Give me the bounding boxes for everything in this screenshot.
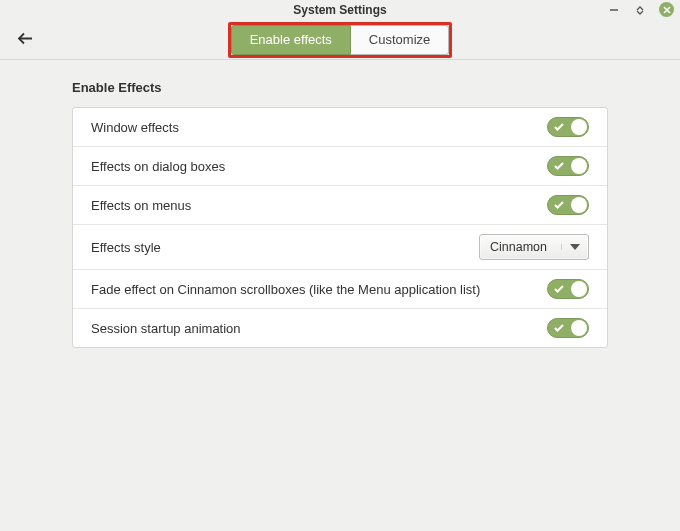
row-menus: Effects on menus bbox=[73, 186, 607, 225]
check-icon bbox=[554, 285, 564, 293]
toggle-knob bbox=[571, 158, 587, 174]
toggle-startup-animation[interactable] bbox=[547, 318, 589, 338]
check-icon bbox=[554, 123, 564, 131]
dropdown-effects-style[interactable]: Cinnamon bbox=[479, 234, 589, 260]
headerbar: Enable effects Customize bbox=[0, 20, 680, 60]
section-title: Enable Effects bbox=[72, 80, 608, 95]
toggle-knob bbox=[571, 281, 587, 297]
row-startup-animation: Session startup animation bbox=[73, 309, 607, 347]
tab-switcher-highlight: Enable effects Customize bbox=[228, 22, 453, 58]
content-area: Enable Effects Window effects Effects on… bbox=[0, 60, 680, 348]
window-title: System Settings bbox=[293, 3, 386, 17]
tab-enable-effects[interactable]: Enable effects bbox=[231, 25, 351, 55]
dropdown-value: Cinnamon bbox=[490, 240, 547, 254]
toggle-knob bbox=[571, 197, 587, 213]
row-label: Session startup animation bbox=[91, 321, 241, 336]
toggle-fade-effect[interactable] bbox=[547, 279, 589, 299]
toggle-dialog-boxes[interactable] bbox=[547, 156, 589, 176]
settings-panel: Window effects Effects on dialog boxes E… bbox=[72, 107, 608, 348]
row-window-effects: Window effects bbox=[73, 108, 607, 147]
row-label: Window effects bbox=[91, 120, 179, 135]
row-label: Effects on menus bbox=[91, 198, 191, 213]
toggle-menus[interactable] bbox=[547, 195, 589, 215]
toggle-knob bbox=[571, 119, 587, 135]
titlebar: System Settings bbox=[0, 0, 680, 20]
row-dialog-boxes: Effects on dialog boxes bbox=[73, 147, 607, 186]
row-label: Effects style bbox=[91, 240, 161, 255]
maximize-button[interactable] bbox=[633, 3, 647, 17]
back-button[interactable] bbox=[16, 28, 36, 51]
row-label: Effects on dialog boxes bbox=[91, 159, 225, 174]
svg-marker-4 bbox=[570, 244, 580, 250]
minimize-button[interactable] bbox=[607, 3, 621, 17]
check-icon bbox=[554, 324, 564, 332]
row-effects-style: Effects style Cinnamon bbox=[73, 225, 607, 270]
chevron-down-icon bbox=[561, 244, 580, 250]
tab-customize[interactable]: Customize bbox=[351, 25, 449, 55]
toggle-knob bbox=[571, 320, 587, 336]
check-icon bbox=[554, 162, 564, 170]
row-fade-effect: Fade effect on Cinnamon scrollboxes (lik… bbox=[73, 270, 607, 309]
window-controls bbox=[607, 2, 674, 17]
row-label: Fade effect on Cinnamon scrollboxes (lik… bbox=[91, 282, 480, 297]
toggle-window-effects[interactable] bbox=[547, 117, 589, 137]
check-icon bbox=[554, 201, 564, 209]
close-button[interactable] bbox=[659, 2, 674, 17]
